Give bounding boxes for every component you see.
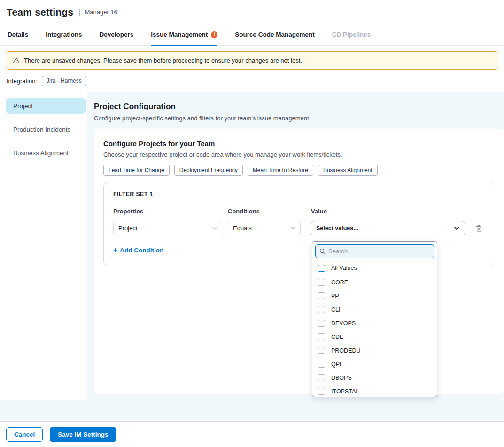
add-condition-button[interactable]: + Add Condition	[113, 246, 163, 254]
conditions-select-value: Equals	[233, 225, 252, 232]
search-input[interactable]	[328, 248, 430, 255]
save-im-settings-button[interactable]: Save IM Settings	[50, 427, 116, 442]
chip-lead-time-for-change[interactable]: Lead Time for Change	[103, 165, 170, 176]
metric-chips: Lead Time for Change Deployment Frequenc…	[103, 165, 494, 176]
page-header: Team settings | Manager 16	[0, 0, 504, 24]
warning-badge-icon: !	[211, 31, 217, 38]
option-devops[interactable]: DEVOPS	[312, 316, 437, 330]
section-description: Configure project-specific settings and …	[94, 115, 504, 122]
value-dropdown-popup: All Values CORE PP CLI DEVOPS CDE PRODED…	[312, 241, 437, 397]
banner-text: There are unsaved changes. Please save t…	[24, 57, 302, 64]
option-label: DEVOPS	[331, 320, 356, 327]
configure-projects-card: Configure Projects for your Team Choose …	[94, 129, 504, 394]
properties-select[interactable]: Project	[113, 221, 222, 235]
title-separator: |	[78, 8, 80, 16]
checkbox-icon[interactable]	[318, 361, 325, 368]
checkbox-icon[interactable]	[318, 292, 325, 299]
column-label-properties: Properties	[113, 208, 222, 215]
action-footer: Cancel Save IM Settings	[0, 421, 504, 447]
option-label: ITOPSTAI	[331, 388, 357, 395]
checkbox-icon[interactable]	[318, 388, 325, 395]
filter-column-headers: Properties Conditions Value	[113, 208, 484, 215]
column-label-conditions: Conditions	[228, 208, 301, 215]
option-label: CDE	[331, 334, 343, 340]
content-area: Project Configuration Configure project-…	[87, 92, 504, 424]
trash-icon	[475, 225, 482, 232]
option-qpe[interactable]: QPE	[312, 357, 437, 371]
chip-business-alignment[interactable]: Business Alignment	[318, 165, 378, 176]
dropdown-search	[315, 244, 434, 258]
tab-cd-pipelines: CD Pipelines	[332, 24, 371, 46]
chip-deployment-frequency[interactable]: Deployment Frequency	[174, 165, 243, 176]
checkbox-icon[interactable]	[318, 279, 325, 286]
option-label: All Values	[331, 265, 357, 271]
column-label-value: Value	[311, 208, 465, 215]
tab-label: Issue Management	[151, 31, 208, 38]
tab-label: CD Pipelines	[332, 31, 371, 38]
chevron-down-icon	[290, 227, 295, 230]
card-title: Configure Projects for your Team	[103, 140, 494, 148]
page-subtitle: Manager 16	[85, 8, 117, 16]
checkbox-icon[interactable]	[318, 347, 325, 354]
option-itopstai[interactable]: ITOPSTAI	[312, 384, 437, 397]
chevron-down-icon	[212, 227, 217, 230]
warning-triangle-icon	[13, 57, 20, 64]
tab-label: Developers	[100, 31, 134, 38]
add-condition-label: Add Condition	[120, 247, 163, 254]
option-label: CORE	[331, 279, 348, 286]
section-title: Project Configuration	[94, 102, 504, 111]
option-cde[interactable]: CDE	[312, 330, 437, 344]
sidebar-item-business-alignment[interactable]: Business Alignment	[6, 145, 86, 161]
tab-integrations[interactable]: Integrations	[46, 24, 82, 46]
properties-select-value: Project	[118, 225, 137, 232]
checkbox-icon[interactable]	[318, 374, 325, 381]
tab-developers[interactable]: Developers	[100, 24, 134, 46]
filter-row: Project Equals Select values...	[113, 221, 484, 235]
option-cli[interactable]: CLI	[312, 303, 437, 316]
option-label: DBOPS	[331, 375, 352, 381]
sidebar-item-label: Project	[13, 102, 33, 110]
tab-label: Source Code Management	[235, 31, 315, 38]
sidebar-item-label: Production Incidents	[13, 126, 70, 133]
search-icon	[319, 248, 326, 254]
checkbox-all-values[interactable]	[318, 265, 325, 272]
conditions-select[interactable]: Equals	[228, 221, 301, 235]
filter-set-title: FILTER SET 1	[113, 191, 484, 197]
tab-issue-management[interactable]: Issue Management !	[151, 24, 217, 46]
option-label: PRODEDU	[331, 347, 361, 354]
value-multiselect[interactable]: Select values...	[311, 221, 465, 235]
integration-chip[interactable]: Jira - Harness	[42, 76, 86, 86]
option-dbops[interactable]: DBOPS	[312, 371, 437, 384]
tab-label: Details	[8, 31, 28, 38]
option-pp[interactable]: PP	[312, 289, 437, 303]
tab-details[interactable]: Details	[8, 24, 28, 46]
tab-bar: Details Integrations Developers Issue Ma…	[0, 24, 504, 46]
tab-source-code-management[interactable]: Source Code Management	[235, 24, 315, 46]
unsaved-changes-banner: There are unsaved changes. Please save t…	[6, 51, 498, 70]
integration-label: Integration:	[7, 78, 37, 85]
chip-mean-time-to-restore[interactable]: Mean Time to Restore	[248, 165, 313, 176]
sidebar-item-project[interactable]: Project	[6, 98, 86, 114]
option-core[interactable]: CORE	[312, 275, 437, 289]
cancel-button[interactable]: Cancel	[6, 427, 43, 442]
checkbox-icon[interactable]	[318, 320, 325, 327]
dropdown-option-list: CORE PP CLI DEVOPS CDE PRODEDU QPE DBOPS…	[312, 275, 437, 397]
value-select-placeholder: Select values...	[316, 225, 358, 232]
sidebar-item-production-incidents[interactable]: Production Incidents	[6, 122, 86, 137]
checkbox-icon[interactable]	[318, 333, 325, 340]
settings-sidebar: Project Production Incidents Business Al…	[0, 92, 87, 400]
filter-set-panel: FILTER SET 1 Properties Conditions Value…	[103, 183, 494, 265]
page-title: Team settings	[7, 7, 73, 18]
plus-icon: +	[113, 246, 117, 254]
main-area: Project Production Incidents Business Al…	[0, 92, 504, 424]
option-label: QPE	[331, 361, 343, 368]
option-all-values[interactable]: All Values	[312, 261, 437, 275]
option-label: PP	[331, 293, 339, 299]
checkbox-icon[interactable]	[318, 306, 325, 313]
delete-filter-button[interactable]	[473, 223, 484, 234]
sidebar-item-label: Business Alignment	[13, 149, 69, 157]
tab-label: Integrations	[46, 31, 82, 38]
card-description: Choose your respective project or code a…	[103, 151, 494, 158]
option-prodedu[interactable]: PRODEDU	[312, 344, 437, 357]
option-label: CLI	[331, 306, 340, 313]
